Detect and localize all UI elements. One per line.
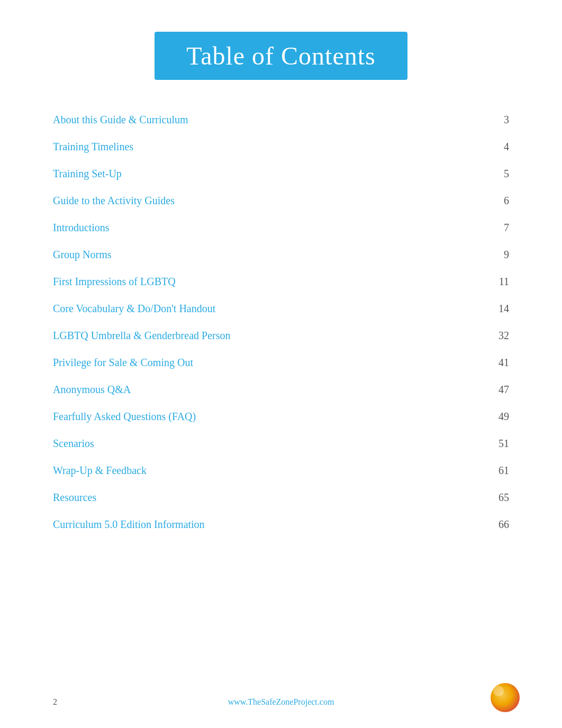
toc-item-page: 3: [488, 114, 509, 126]
page-title: Table of Contents: [186, 42, 376, 70]
toc-item[interactable]: Core Vocabulary & Do/Don't Handout14: [53, 295, 509, 322]
toc-item[interactable]: Fearfully Asked Questions (FAQ)49: [53, 403, 509, 430]
toc-item-page: 9: [488, 249, 509, 261]
toc-item-label: Introductions: [53, 222, 110, 234]
toc-item-page: 11: [488, 276, 509, 288]
toc-item-label: Guide to the Activity Guides: [53, 195, 175, 207]
toc-item-label: Training Set-Up: [53, 168, 122, 180]
toc-item-label: Training Timelines: [53, 141, 133, 153]
toc-item-page: 65: [488, 492, 509, 504]
toc-item[interactable]: Guide to the Activity Guides6: [53, 187, 509, 214]
toc-item-page: 14: [488, 303, 509, 315]
toc-item-label: Wrap-Up & Feedback: [53, 465, 147, 477]
title-container: Table of Contents: [53, 32, 509, 80]
toc-item-label: Fearfully Asked Questions (FAQ): [53, 411, 196, 423]
toc-item-label: Scenarios: [53, 438, 94, 450]
toc-item[interactable]: Training Set-Up5: [53, 160, 509, 187]
toc-item[interactable]: LGBTQ Umbrella & Genderbread Person32: [53, 322, 509, 349]
toc-item[interactable]: First Impressions of LGBTQ11: [53, 268, 509, 295]
toc-item[interactable]: Scenarios51: [53, 430, 509, 457]
footer: 2 www.TheSafeZoneProject.com: [0, 697, 562, 707]
toc-item-label: About this Guide & Curriculum: [53, 114, 188, 126]
toc-item[interactable]: Privilege for Sale & Coming Out41: [53, 349, 509, 376]
logo-circle-icon: [491, 683, 520, 712]
toc-item-page: 32: [488, 330, 509, 342]
footer-url: www.TheSafeZoneProject.com: [228, 697, 334, 707]
toc-item[interactable]: Resources65: [53, 484, 509, 511]
toc-item[interactable]: Introductions7: [53, 214, 509, 241]
toc-item-label: Curriculum 5.0 Edition Information: [53, 518, 205, 531]
toc-item-label: LGBTQ Umbrella & Genderbread Person: [53, 330, 230, 342]
toc-item-page: 4: [488, 141, 509, 153]
toc-item-page: 51: [488, 438, 509, 450]
title-box: Table of Contents: [155, 32, 407, 80]
toc-item-label: Core Vocabulary & Do/Don't Handout: [53, 303, 215, 315]
toc-item-label: Anonymous Q&A: [53, 384, 131, 396]
toc-item-page: 66: [488, 518, 509, 531]
footer-page-number: 2: [53, 697, 57, 707]
toc-item-page: 61: [488, 465, 509, 477]
toc-item[interactable]: Wrap-Up & Feedback61: [53, 457, 509, 484]
page: Table of Contents About this Guide & Cur…: [0, 0, 562, 728]
toc-item-label: First Impressions of LGBTQ: [53, 276, 176, 288]
toc-item-page: 6: [488, 195, 509, 207]
toc-item-label: Privilege for Sale & Coming Out: [53, 357, 193, 369]
toc-item-label: Group Norms: [53, 249, 112, 261]
toc-item[interactable]: Training Timelines4: [53, 133, 509, 160]
toc-list: About this Guide & Curriculum3Training T…: [53, 106, 509, 538]
toc-item[interactable]: Anonymous Q&A47: [53, 376, 509, 403]
toc-item[interactable]: Curriculum 5.0 Edition Information66: [53, 511, 509, 538]
footer-logo: [491, 683, 520, 712]
toc-item[interactable]: Group Norms9: [53, 241, 509, 268]
toc-item-page: 49: [488, 411, 509, 423]
toc-item[interactable]: About this Guide & Curriculum3: [53, 106, 509, 133]
toc-item-label: Resources: [53, 492, 96, 504]
toc-item-page: 41: [488, 357, 509, 369]
toc-item-page: 5: [488, 168, 509, 180]
toc-item-page: 47: [488, 384, 509, 396]
toc-item-page: 7: [488, 222, 509, 234]
